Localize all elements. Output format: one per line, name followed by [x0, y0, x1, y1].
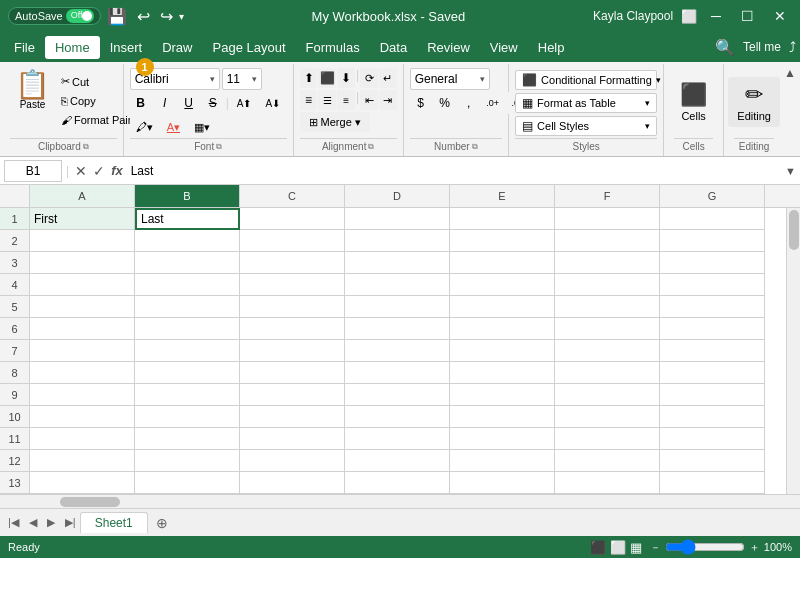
maximize-button[interactable]: ☐: [735, 6, 760, 26]
cell-G6[interactable]: [660, 318, 765, 340]
cell-A2[interactable]: [30, 230, 135, 252]
normal-view-icon[interactable]: ⬛: [590, 540, 606, 555]
cell-D8[interactable]: [345, 362, 450, 384]
cell-D10[interactable]: [345, 406, 450, 428]
cell-D12[interactable]: [345, 450, 450, 472]
col-header-D[interactable]: D: [345, 185, 450, 207]
menu-file[interactable]: File: [4, 36, 45, 59]
percent-button[interactable]: %: [434, 92, 456, 114]
page-break-icon[interactable]: ▦: [630, 540, 642, 555]
paste-button[interactable]: 📋 Paste: [10, 68, 55, 113]
cell-D3[interactable]: [345, 252, 450, 274]
window-icon[interactable]: ⬜: [681, 9, 697, 24]
col-header-E[interactable]: E: [450, 185, 555, 207]
fx-button[interactable]: fx: [109, 161, 125, 180]
cell-F12[interactable]: [555, 450, 660, 472]
cell-F1[interactable]: [555, 208, 660, 230]
undo-button[interactable]: ↩: [133, 5, 154, 28]
row-header-9[interactable]: 9: [0, 384, 30, 406]
decrease-font-button[interactable]: A⬇: [259, 92, 286, 114]
cell-F2[interactable]: [555, 230, 660, 252]
cell-G13[interactable]: [660, 472, 765, 494]
increase-decimal-button[interactable]: .0+: [482, 92, 504, 114]
row-header-2[interactable]: 2: [0, 230, 30, 252]
menu-help[interactable]: Help: [528, 36, 575, 59]
cell-F3[interactable]: [555, 252, 660, 274]
cell-G11[interactable]: [660, 428, 765, 450]
merge-center-button[interactable]: ⊞ Merge ▾: [300, 112, 370, 132]
cell-F6[interactable]: [555, 318, 660, 340]
col-header-F[interactable]: F: [555, 185, 660, 207]
cell-B2[interactable]: [135, 230, 240, 252]
cell-B10[interactable]: [135, 406, 240, 428]
cell-G8[interactable]: [660, 362, 765, 384]
menu-home[interactable]: Home: [45, 36, 100, 59]
next-sheet-button[interactable]: ▶: [43, 514, 59, 531]
cell-F4[interactable]: [555, 274, 660, 296]
row-header-11[interactable]: 11: [0, 428, 30, 450]
cell-A8[interactable]: [30, 362, 135, 384]
h-scrollbar-thumb[interactable]: [60, 497, 120, 507]
decrease-indent-button[interactable]: ⇤: [360, 90, 378, 110]
cell-F8[interactable]: [555, 362, 660, 384]
cell-E1[interactable]: [450, 208, 555, 230]
cell-D7[interactable]: [345, 340, 450, 362]
row-header-7[interactable]: 7: [0, 340, 30, 362]
number-expand[interactable]: ⧉: [472, 142, 478, 152]
redo-button[interactable]: ↪: [156, 5, 177, 28]
cell-C13[interactable]: [240, 472, 345, 494]
cell-B4[interactable]: [135, 274, 240, 296]
cell-F9[interactable]: [555, 384, 660, 406]
cell-A11[interactable]: [30, 428, 135, 450]
cell-A1[interactable]: First: [30, 208, 135, 230]
cell-D5[interactable]: [345, 296, 450, 318]
strikethrough-button[interactable]: S: [202, 92, 224, 114]
cell-A12[interactable]: [30, 450, 135, 472]
italic-button[interactable]: I: [154, 92, 176, 114]
menu-page-layout[interactable]: Page Layout: [203, 36, 296, 59]
cell-B6[interactable]: [135, 318, 240, 340]
row-header-8[interactable]: 8: [0, 362, 30, 384]
cell-B1[interactable]: Last: [135, 208, 240, 230]
comma-button[interactable]: ,: [458, 92, 480, 114]
cell-B13[interactable]: [135, 472, 240, 494]
tell-me-label[interactable]: Tell me: [743, 40, 781, 54]
row-header-1[interactable]: 1: [0, 208, 30, 230]
number-format-selector[interactable]: General ▾: [410, 68, 490, 90]
cell-A7[interactable]: [30, 340, 135, 362]
cell-G12[interactable]: [660, 450, 765, 472]
align-bottom-button[interactable]: ⬇: [337, 68, 355, 88]
cell-D6[interactable]: [345, 318, 450, 340]
cell-C3[interactable]: [240, 252, 345, 274]
cell-G5[interactable]: [660, 296, 765, 318]
cell-D2[interactable]: [345, 230, 450, 252]
scrollbar-thumb[interactable]: [789, 210, 799, 250]
cell-D4[interactable]: [345, 274, 450, 296]
cell-A5[interactable]: [30, 296, 135, 318]
cell-C8[interactable]: [240, 362, 345, 384]
collapse-ribbon-button[interactable]: ▲: [784, 66, 796, 80]
cell-B5[interactable]: [135, 296, 240, 318]
menu-view[interactable]: View: [480, 36, 528, 59]
increase-font-button[interactable]: A⬆: [231, 92, 258, 114]
save-icon[interactable]: 💾: [107, 7, 127, 26]
fill-color-button[interactable]: 🖍▾: [130, 116, 159, 138]
format-as-table-button[interactable]: ▦ Format as Table ▾: [515, 93, 657, 113]
alignment-expand[interactable]: ⧉: [368, 142, 374, 152]
wrap-text-button[interactable]: ↵: [379, 68, 397, 88]
cell-E13[interactable]: [450, 472, 555, 494]
col-header-G[interactable]: G: [660, 185, 765, 207]
cell-reference-box[interactable]: [4, 160, 62, 182]
cells-button[interactable]: ⬛ Cells: [671, 77, 716, 127]
cell-A3[interactable]: [30, 252, 135, 274]
cell-E6[interactable]: [450, 318, 555, 340]
zoom-out-button[interactable]: －: [650, 540, 661, 555]
cell-E2[interactable]: [450, 230, 555, 252]
align-left-button[interactable]: ≡: [300, 90, 318, 110]
cell-E7[interactable]: [450, 340, 555, 362]
close-button[interactable]: ✕: [768, 6, 792, 26]
menu-data[interactable]: Data: [370, 36, 417, 59]
increase-indent-button[interactable]: ⇥: [379, 90, 397, 110]
cell-F10[interactable]: [555, 406, 660, 428]
tour-badge[interactable]: 1: [136, 58, 154, 76]
